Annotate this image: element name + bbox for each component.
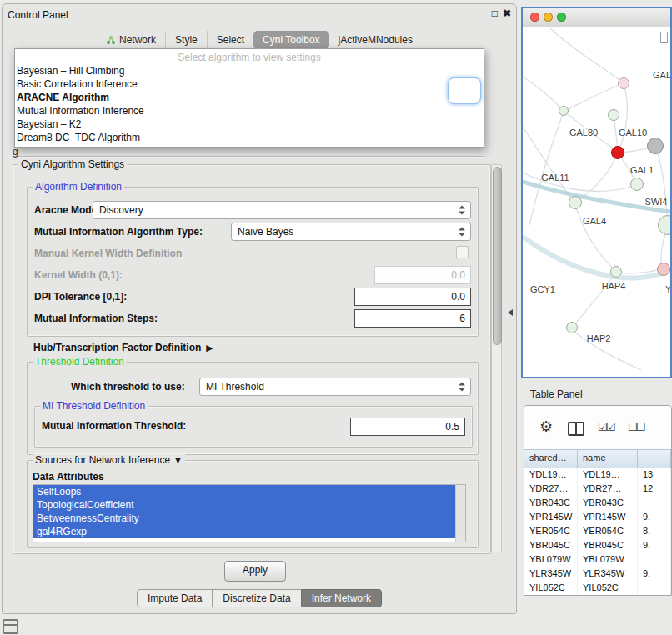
combo-arrows-icon (459, 228, 465, 237)
dropdown-item[interactable]: Mutual Information Inference (15, 104, 484, 118)
combo-arrows-icon (459, 206, 465, 215)
network-node-hap4[interactable] (610, 266, 622, 278)
table-panel-title: Table Panel (530, 388, 583, 400)
node-label: Y (665, 284, 670, 294)
tab-network[interactable]: Network (97, 31, 165, 49)
table-row[interactable]: YPR145WYPR145W9. (524, 510, 671, 524)
list-item[interactable]: SelfLoops (33, 485, 455, 498)
list-item[interactable]: gal4RGexp (33, 525, 455, 538)
node-label: SWI4 (645, 197, 668, 207)
canvas-scrollbar-nub[interactable] (660, 32, 668, 43)
mi-algorithm-type-combo[interactable]: Naive Bayes (231, 222, 471, 241)
tab-discretize-data[interactable]: Discretize Data (212, 589, 301, 608)
network-node-hap2[interactable] (566, 322, 578, 333)
tab-select[interactable]: Select (207, 31, 253, 49)
column-header-extra[interactable] (638, 450, 671, 468)
network-node-gal4[interactable] (569, 196, 582, 209)
close-window-icon[interactable]: ✖ (503, 8, 511, 19)
node-label: GAL11 (541, 172, 569, 182)
mi-algorithm-type-value: Naive Bayes (238, 226, 293, 238)
apply-button[interactable]: Apply (224, 561, 286, 582)
algorithm-definition-group: Algorithm Definition Aracne Mode: Discov… (27, 187, 479, 337)
cyni-algorithm-settings-group: Cyni Algorithm Settings Algorithm Defini… (13, 164, 491, 554)
column-header-name[interactable]: name (578, 450, 638, 468)
manual-kernel-width-checkbox (456, 246, 469, 258)
mi-threshold-definition-group: MI Threshold Definition Mutual Informati… (34, 406, 473, 448)
network-node-gal10[interactable] (611, 146, 624, 159)
list-item[interactable]: TopologicalCoefficient (33, 498, 455, 512)
which-threshold-combo[interactable]: MI Threshold (199, 378, 471, 396)
combo-arrows-icon (459, 382, 465, 392)
table-panel-window: ⚙ ☑☑ ☐☐ shared… name YDL19…YDL19…13 YDR2… (524, 405, 672, 596)
dropdown-item[interactable]: Bayesian – Hill Climbing (15, 64, 484, 78)
network-node[interactable] (618, 78, 629, 89)
minimize-traffic-light[interactable] (544, 12, 553, 22)
algorithm-definition-title: Algorithm Definition (33, 181, 124, 192)
float-window-icon[interactable]: □ (492, 8, 498, 19)
sources-group: Sources for Network Inference▼ Data Attr… (27, 460, 479, 548)
dropdown-item-selected[interactable]: ARACNE Algorithm (15, 91, 484, 104)
aracne-mode-value: Discovery (99, 204, 143, 216)
network-node[interactable] (608, 109, 619, 121)
panel-dock-icon[interactable] (3, 619, 18, 634)
network-window-titlebar[interactable] (523, 8, 670, 28)
clear-all-checks-icon[interactable]: ☐☐ (628, 421, 644, 433)
settings-scrollbar-track[interactable] (491, 164, 502, 552)
panel-collapse-arrow-icon[interactable] (508, 309, 513, 316)
node-label: HAP2 (587, 333, 611, 343)
focused-settings-button[interactable] (448, 78, 481, 104)
hub-transcription-expander[interactable]: Hub/Transcription Factor Definition▶ (33, 342, 213, 353)
table-row[interactable]: YDR27…YDR27…12 (524, 482, 671, 496)
mi-steps-value: 6 (459, 312, 465, 324)
kernel-width-value: 0.0 (451, 269, 465, 281)
dropdown-item[interactable]: Bayesian – K2 (15, 118, 484, 131)
mi-threshold-definition-title: MI Threshold Definition (40, 400, 148, 412)
dpi-tolerance-field[interactable]: 0.0 (354, 288, 471, 306)
close-traffic-light[interactable] (530, 12, 539, 22)
columns-icon[interactable] (568, 422, 584, 436)
settings-scrollbar-thumb[interactable] (493, 167, 502, 345)
tab-style-label: Style (175, 34, 198, 46)
cyni-algorithm-settings-title: Cyni Algorithm Settings (18, 158, 127, 170)
network-node-gal1[interactable] (630, 178, 644, 191)
mi-threshold-label: Mutual Information Threshold: (42, 420, 186, 432)
table-row[interactable]: YER054CYER054C8. (524, 524, 671, 538)
tab-impute-data[interactable]: Impute Data (137, 589, 213, 608)
mi-steps-field[interactable]: 6 (354, 309, 471, 328)
table-row[interactable]: YBL079WYBL079W (524, 552, 671, 567)
zoom-traffic-light[interactable] (557, 12, 566, 22)
expand-right-icon: ▶ (201, 342, 213, 352)
hub-transcription-label: Hub/Transcription Factor Definition (33, 342, 201, 353)
table-row[interactable]: YBR045CYBR045C9. (524, 538, 671, 552)
table-row[interactable]: YLR345WYLR345W9. (524, 567, 671, 581)
aracne-mode-label: Aracne Mode: (34, 204, 100, 216)
list-scrollbar[interactable] (455, 485, 465, 542)
dropdown-item[interactable]: Basic Correlation Inference (15, 78, 484, 91)
mi-threshold-value: 0.5 (445, 421, 459, 432)
data-attributes-label: Data Attributes (33, 471, 104, 482)
network-tab-icon (106, 35, 116, 45)
table-row[interactable]: YBR043CYBR043C (524, 496, 671, 510)
tab-style[interactable]: Style (165, 31, 207, 49)
tab-infer-network[interactable]: Infer Network (301, 589, 382, 608)
network-node[interactable] (647, 138, 664, 154)
select-all-checks-icon[interactable]: ☑☑ (598, 421, 614, 433)
column-header-shared[interactable]: shared… (524, 450, 578, 468)
tab-cyni-toolbox[interactable]: Cyni Toolbox (253, 31, 328, 49)
hidden-groupbox-edge (13, 156, 484, 158)
dropdown-item[interactable]: Dream8 DC_TDC Algorithm (15, 131, 484, 144)
mi-threshold-field[interactable]: 0.5 (350, 418, 465, 436)
collapse-down-icon: ▼ (170, 455, 183, 465)
tab-select-label: Select (217, 34, 244, 46)
table-row[interactable]: YDL19…YDL19…13 (524, 468, 671, 482)
gear-icon[interactable]: ⚙ (539, 418, 553, 436)
aracne-mode-combo[interactable]: Discovery (93, 201, 471, 219)
list-item[interactable]: BetweennessCentrality (33, 512, 455, 525)
network-canvas[interactable]: GAL GAL80 GAL10 GAL11 GAL1 SWI4 GAL4 GCY… (523, 27, 670, 377)
node-label: GAL4 (583, 216, 606, 226)
tab-jactivemnodules[interactable]: jActiveMNodules (329, 31, 422, 49)
sources-group-title[interactable]: Sources for Network Inference▼ (33, 454, 185, 466)
network-node[interactable] (559, 106, 569, 116)
network-node[interactable] (657, 262, 670, 276)
table-row[interactable]: YIL052CYIL052C (524, 581, 671, 595)
